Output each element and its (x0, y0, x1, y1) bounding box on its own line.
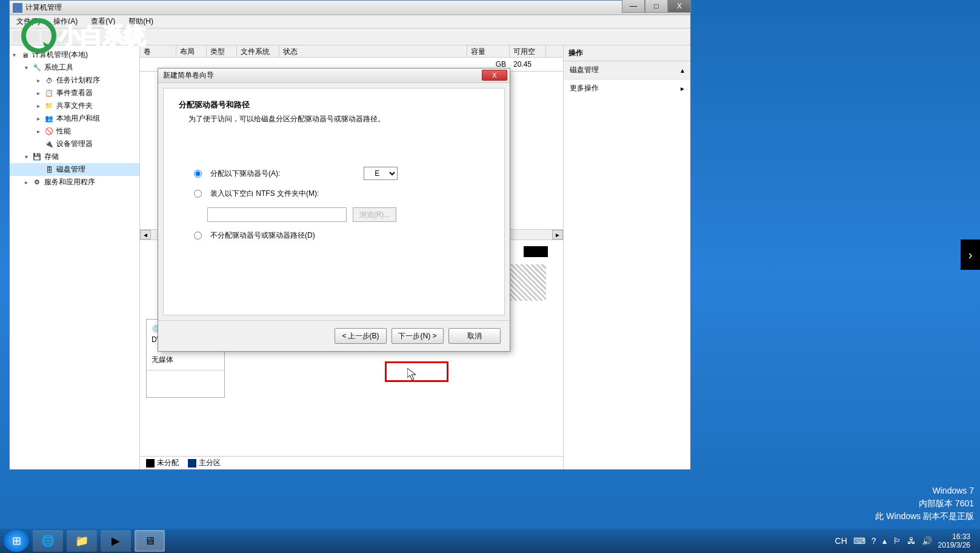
col-volume[interactable]: 卷 (140, 45, 176, 57)
tree-label: 事件查看器 (56, 88, 93, 98)
dialog-options: 分配以下驱动器号(A): E 装入以下空白 NTFS 文件夹中(M): 浏览(R… (194, 167, 489, 241)
dialog-footer: 上一步(B) 下一步(N) 取消 (158, 320, 510, 351)
tree-label: 存储 (44, 152, 59, 162)
col-free[interactable]: 可用空 (510, 45, 546, 57)
start-button[interactable]: ⊞ (4, 530, 29, 552)
minimize-button[interactable]: — (622, 0, 645, 13)
col-type[interactable]: 类型 (207, 45, 237, 57)
dialog-heading: 分配驱动器号和路径 (179, 99, 489, 110)
drive-letter-select[interactable]: E (364, 167, 398, 180)
tree-local-users[interactable]: ▸👥本地用户和组 (10, 112, 139, 125)
tree-storage[interactable]: ▾💾存储 (10, 150, 139, 163)
taskbar: ⊞ 🌐 📁 ▶ 🖥 CH ⌨ ? ▴ 🏳 🖧 🔊 16:33 2019/3/26 (0, 529, 980, 553)
taskbar-compmgmt[interactable]: 🖥 (135, 530, 165, 552)
menu-view[interactable]: 查看(V) (87, 15, 119, 28)
actions-header: 操作 (564, 45, 690, 61)
activation-watermark: Windows 7 内部版本 7601 此 Windows 副本不是正版 (875, 484, 974, 523)
tree-label: 本地用户和组 (56, 113, 100, 124)
col-layout[interactable]: 布局 (176, 45, 207, 57)
app-icon (13, 3, 22, 13)
mount-path-input (207, 207, 347, 222)
menu-action[interactable]: 操作(A) (50, 15, 81, 28)
activation-line2: 内部版本 7601 (875, 497, 974, 510)
radio-no-assign[interactable]: 不分配驱动器号或驱动器路径(D) (194, 230, 489, 241)
partition-marker (524, 246, 548, 257)
tool-refresh-icon[interactable] (42, 31, 54, 43)
dialog-titlebar[interactable]: 新建简单卷向导 X (158, 69, 510, 83)
col-filesystem[interactable]: 文件系统 (237, 45, 279, 57)
legend-primary-swatch (188, 459, 196, 468)
window-title: 计算机管理 (25, 2, 62, 13)
disk-table-header: 卷 布局 类型 文件系统 状态 容量 可用空 (140, 45, 563, 58)
ime-indicator[interactable]: CH (835, 536, 847, 546)
scroll-right-icon[interactable]: ► (552, 230, 563, 240)
taskbar-explorer[interactable]: 📁 (67, 530, 97, 552)
keyboard-icon[interactable]: ⌨ (853, 536, 865, 546)
help-icon[interactable]: ? (872, 536, 876, 546)
cell-free: 20.45 (510, 59, 546, 70)
tray-expand-icon[interactable]: ▴ (882, 536, 887, 546)
tree-task-scheduler[interactable]: ▸⏱任务计划程序 (10, 74, 139, 87)
tree-device-manager[interactable]: 🔌设备管理器 (10, 138, 139, 150)
tree-label: 服务和应用程序 (44, 177, 95, 187)
radio-mount-input[interactable] (194, 190, 202, 198)
maximize-button[interactable]: □ (645, 0, 668, 13)
radio-none-input[interactable] (194, 232, 202, 240)
flag-icon[interactable]: 🏳 (893, 536, 901, 546)
tool-help-icon[interactable] (56, 31, 68, 43)
col-capacity[interactable]: 容量 (467, 45, 510, 57)
dialog-subheading: 为了便于访问，可以给磁盘分区分配驱动器号或驱动器路径。 (188, 114, 489, 124)
volume-icon[interactable]: 🔊 (922, 536, 932, 546)
tree-label: 系统工具 (44, 62, 73, 73)
menubar: 文件(F) 操作(A) 查看(V) 帮助(H) (10, 15, 690, 28)
actions-panel: 操作 磁盘管理▴ 更多操作▸ (563, 45, 690, 469)
tree-system-tools[interactable]: ▾🔧系统工具 (10, 61, 139, 74)
action-disk-mgmt[interactable]: 磁盘管理▴ (564, 61, 690, 79)
taskbar-ie[interactable]: 🌐 (33, 530, 63, 552)
dialog-close-button[interactable]: X (482, 70, 507, 81)
tree-shared-folders[interactable]: ▸📁共享文件夹 (10, 99, 139, 112)
tree-label: 性能 (56, 126, 71, 136)
activation-line1: Windows 7 (875, 484, 974, 497)
network-icon[interactable]: 🖧 (907, 536, 916, 546)
cancel-button[interactable]: 取消 (448, 328, 501, 344)
tree-panel[interactable]: ▾🖥计算机管理(本地) ▾🔧系统工具 ▸⏱任务计划程序 ▸📋事件查看器 ▸📁共享… (10, 45, 140, 469)
radio-assign-label: 分配以下驱动器号(A): (210, 169, 280, 179)
system-tray: CH ⌨ ? ▴ 🏳 🖧 🔊 16:33 2019/3/26 (835, 532, 976, 550)
dialog-title: 新建简单卷向导 (163, 70, 214, 81)
tree-label: 磁盘管理 (56, 164, 85, 175)
action-label: 更多操作 (570, 83, 599, 93)
radio-mount-label: 装入以下空白 NTFS 文件夹中(M): (210, 189, 319, 199)
prev-button[interactable]: 上一步(B) (335, 328, 387, 344)
menu-help[interactable]: 帮助(H) (125, 15, 157, 28)
clock-time: 16:33 (938, 532, 970, 541)
tree-services[interactable]: ▸⚙服务和应用程序 (10, 176, 139, 189)
close-button[interactable]: X (668, 0, 691, 13)
clock[interactable]: 16:33 2019/3/26 (938, 532, 970, 550)
radio-assign-input[interactable] (194, 170, 202, 178)
toolbar (10, 28, 690, 45)
legend-primary-label: 主分区 (199, 458, 221, 467)
col-status[interactable]: 状态 (279, 45, 467, 57)
tree-root[interactable]: ▾🖥计算机管理(本地) (10, 49, 139, 61)
tree-event-viewer[interactable]: ▸📋事件查看器 (10, 87, 139, 99)
scroll-left-icon[interactable]: ◄ (140, 230, 151, 240)
activation-line3: 此 Windows 副本不是正版 (875, 510, 974, 523)
tree-disk-management[interactable]: 🗄磁盘管理 (10, 163, 139, 176)
tool-forward-icon[interactable] (27, 31, 39, 43)
edge-next-button[interactable]: › (961, 240, 980, 270)
next-button[interactable]: 下一步(N) (392, 328, 444, 344)
radio-assign-letter[interactable]: 分配以下驱动器号(A): E (194, 167, 489, 180)
taskbar-media[interactable]: ▶ (101, 530, 131, 552)
titlebar[interactable]: 计算机管理 — □ X (10, 1, 690, 15)
tree-label: 共享文件夹 (56, 101, 93, 111)
legend-unallocated-swatch (146, 459, 155, 468)
legend-unallocated-label: 未分配 (157, 458, 179, 467)
radio-mount-folder[interactable]: 装入以下空白 NTFS 文件夹中(M): 浏览(R)... (194, 189, 489, 222)
tree-performance[interactable]: ▸🚫性能 (10, 125, 139, 138)
tree-root-label: 计算机管理(本地) (32, 50, 88, 60)
action-more[interactable]: 更多操作▸ (564, 79, 690, 97)
tree-label: 任务计划程序 (56, 75, 100, 85)
menu-file[interactable]: 文件(F) (13, 15, 44, 28)
tool-back-icon[interactable] (13, 31, 25, 43)
